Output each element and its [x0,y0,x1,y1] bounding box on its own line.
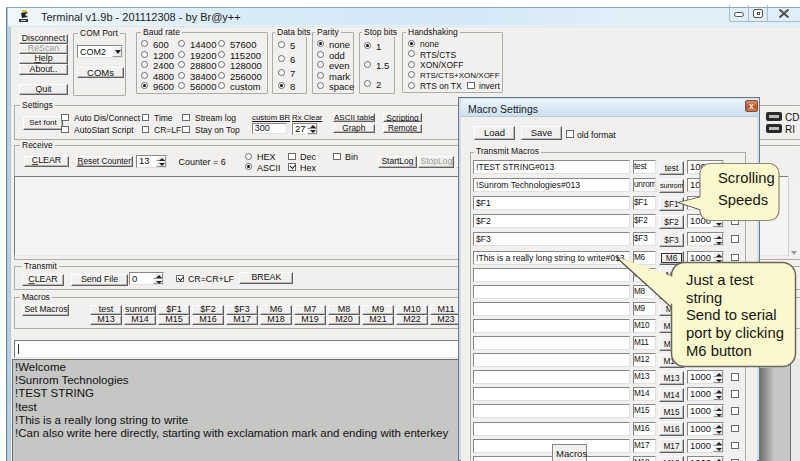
svg-text:port by clicking: port by clicking [686,325,784,341]
svg-text:M6 button: M6 button [686,343,752,359]
svg-text:string: string [686,290,722,306]
svg-text:Speeds: Speeds [718,192,768,208]
svg-text:Send to serial: Send to serial [686,307,776,323]
svg-text:Scrolling: Scrolling [718,170,775,186]
svg-text:Just a test: Just a test [686,272,753,288]
